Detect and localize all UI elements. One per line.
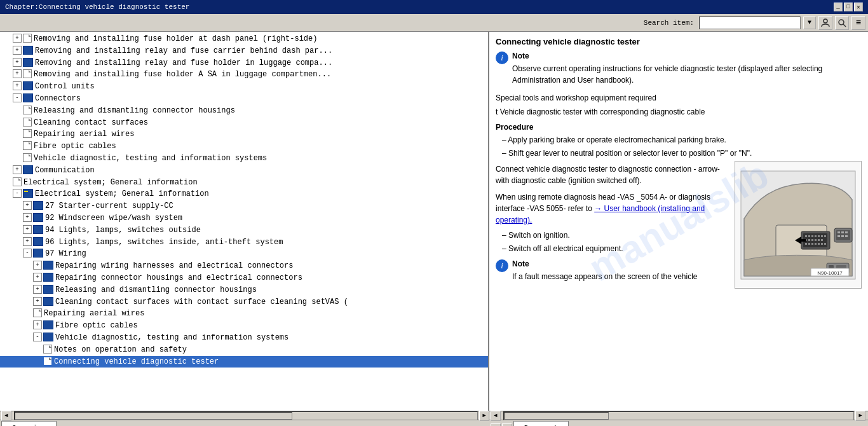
list-item[interactable]: + Repairing connector housings and elect… bbox=[0, 272, 488, 284]
list-item[interactable]: + Communication bbox=[0, 165, 488, 177]
expand-icon[interactable]: + bbox=[13, 69, 22, 78]
list-item[interactable]: + 92 Windscreen wipe/wash system bbox=[0, 212, 488, 224]
right-scrollbar[interactable] bbox=[503, 411, 854, 420]
list-item[interactable]: + Cleaning contact surfaces with contact… bbox=[0, 296, 488, 308]
book-icon bbox=[33, 201, 43, 210]
toolbar: Search item: ▼ ≡ bbox=[0, 14, 868, 32]
svg-rect-18 bbox=[818, 239, 820, 241]
list-item[interactable]: + 27 Starter-current supply-CC bbox=[0, 200, 488, 212]
list-item[interactable]: + 96 Lights, lamps, switches inside, ant… bbox=[0, 237, 488, 249]
tree-view[interactable]: + Removing and installing fuse holder at… bbox=[0, 32, 488, 411]
left-tab-area: Overview bbox=[0, 420, 489, 426]
list-item[interactable]: Cleaning contact surfaces bbox=[0, 117, 488, 129]
list-item[interactable]: + Removing and installing fuse holder A … bbox=[0, 69, 488, 81]
document-icon bbox=[23, 106, 32, 114]
doc-nav-next[interactable]: ► bbox=[502, 423, 512, 426]
expand-icon[interactable]: + bbox=[13, 165, 22, 174]
connector-diagram-svg: N90-10017 bbox=[738, 168, 858, 282]
expand-icon[interactable]: + bbox=[23, 225, 32, 234]
document-icon bbox=[23, 34, 32, 43]
expand-icon[interactable]: + bbox=[33, 320, 42, 329]
search-input[interactable] bbox=[699, 17, 801, 29]
remote-text: When using remote diagnosis head -VAS _5… bbox=[496, 191, 728, 226]
expand-icon[interactable]: + bbox=[13, 58, 22, 67]
list-item-active[interactable]: Connecting vehicle diagnostic tester bbox=[0, 356, 488, 368]
svg-rect-24 bbox=[818, 243, 820, 245]
expand-icon[interactable]: - bbox=[13, 189, 22, 198]
book-icon bbox=[33, 237, 43, 246]
expand-icon[interactable]: + bbox=[13, 46, 22, 55]
expand-icon[interactable]: + bbox=[13, 81, 22, 90]
connect-text: Connect vehicle diagnostic tester to dia… bbox=[496, 163, 728, 186]
horizontal-scrollbar-area: ◄ ► ◄ ► bbox=[0, 411, 868, 420]
book-icon bbox=[43, 320, 53, 329]
svg-rect-7 bbox=[805, 235, 807, 237]
expand-icon[interactable]: + bbox=[33, 297, 42, 306]
svg-rect-25 bbox=[821, 243, 823, 245]
expand-icon[interactable]: - bbox=[33, 333, 42, 341]
list-item[interactable]: + Removing and installing relay and fuse… bbox=[0, 57, 488, 69]
document-icon bbox=[23, 153, 32, 162]
document-title: Connecting vehicle diagnostic tester bbox=[496, 37, 862, 46]
expand-icon[interactable]: + bbox=[33, 285, 42, 294]
expand-icon[interactable]: + bbox=[23, 213, 32, 222]
diagram-box: N90-10017 bbox=[735, 161, 862, 289]
expand-icon[interactable]: - bbox=[23, 249, 32, 258]
search-dropdown-btn[interactable]: ▼ bbox=[803, 17, 816, 29]
left-scrollbar[interactable] bbox=[14, 411, 478, 420]
list-item[interactable]: + Fibre optic cables bbox=[0, 320, 488, 332]
book-icon bbox=[33, 249, 43, 258]
note-label-1: Note bbox=[512, 52, 862, 60]
maximize-btn[interactable]: □ bbox=[844, 3, 853, 11]
list-item[interactable]: Electrical system; General information bbox=[0, 177, 488, 189]
expand-icon[interactable]: + bbox=[33, 261, 42, 270]
minimize-btn[interactable]: _ bbox=[834, 3, 843, 11]
list-item[interactable]: + Removing and installing relay and fuse… bbox=[0, 45, 488, 57]
document-icon bbox=[13, 177, 22, 186]
expand-icon[interactable]: - bbox=[13, 93, 22, 102]
book-icon bbox=[23, 165, 33, 174]
expand-icon[interactable]: + bbox=[13, 34, 22, 43]
note-box-1: i Note Observe current operating instruc… bbox=[496, 52, 862, 88]
list-item[interactable]: + Releasing and dismantling connector ho… bbox=[0, 284, 488, 296]
list-item[interactable]: - Connectors bbox=[0, 93, 488, 105]
book-icon bbox=[23, 93, 33, 102]
list-item[interactable]: Fibre optic cables bbox=[0, 141, 488, 153]
book-icon bbox=[23, 81, 33, 90]
procedure-header: Procedure bbox=[496, 123, 862, 132]
list-item[interactable]: Repairing aerial wires bbox=[0, 308, 488, 320]
tab-document[interactable]: Document bbox=[513, 421, 569, 426]
step-1: – Apply parking brake or operate electro… bbox=[502, 134, 862, 146]
tab-overview[interactable]: Overview bbox=[1, 421, 57, 426]
search-find-btn[interactable] bbox=[835, 16, 849, 30]
list-item[interactable]: Releasing and dismantling connector hous… bbox=[0, 105, 488, 117]
handbook-link[interactable]: → User handbook (installing and operatin… bbox=[496, 204, 705, 224]
list-item[interactable]: Repairing aerial wires bbox=[0, 128, 488, 141]
expand-icon[interactable]: + bbox=[23, 201, 32, 210]
menu-btn[interactable]: ≡ bbox=[851, 16, 865, 30]
bottom-tab-bar: Overview ◄ ► Document bbox=[0, 420, 868, 426]
main-content: + Removing and installing fuse holder at… bbox=[0, 32, 868, 411]
note-box-2: i Note If a fault message appears on the… bbox=[496, 259, 728, 285]
svg-rect-21 bbox=[808, 243, 810, 245]
list-item[interactable]: + Repairing wiring harnesses and electri… bbox=[0, 260, 488, 272]
list-item[interactable]: + 94 Lights, lamps, switches outside bbox=[0, 224, 488, 237]
list-item[interactable]: Vehicle diagnostic, testing and informat… bbox=[0, 153, 488, 165]
bullet-dash: – bbox=[502, 231, 508, 240]
list-item[interactable]: - 97 Wiring bbox=[0, 248, 488, 260]
list-item[interactable]: - Electrical system; General information bbox=[0, 188, 488, 200]
svg-rect-15 bbox=[808, 239, 810, 241]
list-item[interactable]: - Vehicle diagnostic, testing and inform… bbox=[0, 332, 488, 344]
expand-icon[interactable]: + bbox=[33, 273, 42, 282]
list-item[interactable]: Notes on operation and safety bbox=[0, 344, 488, 356]
expand-icon[interactable]: + bbox=[23, 237, 32, 246]
search-user-btn[interactable] bbox=[818, 16, 832, 30]
doc-nav-prev[interactable]: ◄ bbox=[491, 423, 501, 426]
book-icon bbox=[43, 285, 53, 294]
close-btn[interactable]: ✕ bbox=[854, 3, 863, 11]
svg-rect-30 bbox=[837, 231, 840, 233]
book-icon bbox=[43, 333, 53, 341]
list-item[interactable]: + Control units bbox=[0, 81, 488, 93]
document-icon bbox=[23, 141, 32, 150]
list-item[interactable]: + Removing and installing fuse holder at… bbox=[0, 33, 488, 45]
